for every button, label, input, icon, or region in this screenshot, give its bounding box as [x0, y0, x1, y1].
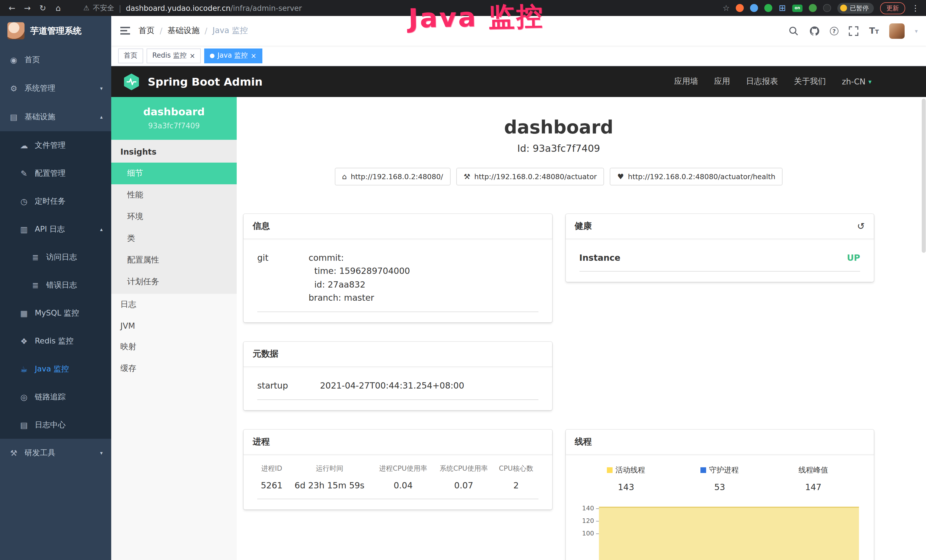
- sba-brand-title[interactable]: Spring Boot Admin: [148, 75, 263, 88]
- wrench-icon: ⚒: [464, 172, 470, 181]
- breadcrumb-infra[interactable]: 基础设施: [167, 26, 199, 36]
- sba-side-logs[interactable]: 日志: [111, 294, 237, 316]
- sidebar-item-access-log[interactable]: ≣ 访问日志: [0, 243, 111, 271]
- threads-chart: 140 120 100: [579, 503, 860, 560]
- app-title: 芋道管理系统: [30, 26, 82, 36]
- github-icon[interactable]: [809, 26, 820, 36]
- sidebar-item-log-center[interactable]: ▤ 日志中心: [0, 411, 111, 439]
- breadcrumb-home[interactable]: 首页: [139, 26, 154, 36]
- sba-instance-id: 93a3fc7f7409: [120, 121, 228, 130]
- sidebar-item-dev-tools[interactable]: ⚒ 研发工具 ▾: [0, 439, 111, 467]
- search-icon[interactable]: [789, 26, 799, 36]
- sidebar-item-trace[interactable]: ◎ 链路追踪: [0, 383, 111, 411]
- mysql-icon: ▦: [20, 309, 29, 318]
- extension-fox-icon[interactable]: [736, 4, 744, 12]
- scrollbar[interactable]: [922, 99, 926, 253]
- sba-side-mappings[interactable]: 映射: [111, 336, 237, 358]
- extension-drop-icon[interactable]: [750, 4, 758, 12]
- close-icon[interactable]: ×: [251, 52, 256, 59]
- instance-home-link[interactable]: ⌂ http://192.168.0.2:48080/: [334, 168, 451, 185]
- avatar-caret-icon[interactable]: ▾: [915, 28, 918, 34]
- sidebar-item-error-log[interactable]: ≣ 错误日志: [0, 271, 111, 299]
- infra-icon: ▤: [9, 112, 18, 121]
- chrome-menu-icon[interactable]: ⋮: [911, 3, 920, 12]
- instance-actuator-link[interactable]: ⚒ http://192.168.0.2:48080/actuator: [456, 168, 604, 185]
- close-icon[interactable]: ×: [189, 52, 195, 59]
- heart-icon: ♥: [617, 172, 624, 181]
- address-bar[interactable]: ⚠ 不安全 | dashboard.yudao.iocoder.cn/infra…: [83, 3, 302, 13]
- extension-leaf-icon[interactable]: [809, 4, 817, 12]
- sba-nav-applications[interactable]: 应用: [714, 76, 730, 87]
- browser-back-button[interactable]: ←: [7, 3, 17, 12]
- sba-side-details[interactable]: 细节: [111, 163, 237, 184]
- document-icon: ≣: [31, 280, 40, 289]
- browser-forward-button[interactable]: →: [22, 3, 33, 12]
- instance-health-link[interactable]: ♥ http://192.168.0.2:48080/actuator/heal…: [610, 168, 783, 185]
- threads-card: 线程 活动线程 143 守护进程 53: [566, 430, 874, 560]
- sba-nav-journal[interactable]: 日志报表: [746, 76, 778, 87]
- home-icon: ⌂: [342, 172, 347, 181]
- logo-avatar-image: [8, 22, 24, 39]
- sba-nav-wallboard[interactable]: 应用墙: [674, 76, 698, 87]
- extension-green-circle-icon[interactable]: [764, 4, 773, 12]
- sba-side-caches[interactable]: 缓存: [111, 358, 237, 380]
- chevron-up-icon: ▴: [100, 114, 103, 120]
- chevron-down-icon: ▾: [100, 86, 103, 91]
- sba-side-scheduledtasks[interactable]: 计划任务: [111, 271, 237, 293]
- sba-instance-header[interactable]: dashboard 93a3fc7f7409: [111, 97, 237, 140]
- tab-home[interactable]: 首页: [118, 48, 143, 63]
- sidebar-item-scheduled-jobs[interactable]: ◷ 定时任务: [0, 187, 111, 215]
- sidebar-item-system[interactable]: ⚙ 系统管理 ▾: [0, 74, 111, 103]
- chevron-up-icon: ▴: [100, 226, 103, 232]
- sba-side-jvm[interactable]: JVM: [111, 316, 237, 336]
- sidebar-item-infra[interactable]: ▤ 基础设施 ▴: [0, 103, 111, 131]
- process-card: 进程 进程ID 运行时间 进程CPU使用率 系统CPU使用率 CPU核心数: [244, 430, 552, 510]
- browser-home-button[interactable]: ⌂: [53, 3, 63, 12]
- trace-icon: ◎: [20, 392, 29, 401]
- bookmark-star-icon[interactable]: ☆: [723, 3, 730, 12]
- sidebar-item-mysql-monitor[interactable]: ▦ MySQL 监控: [0, 299, 111, 327]
- sidebar-item-file-manage[interactable]: ☁ 文件管理: [0, 131, 111, 159]
- threads-chart-area-live: [599, 507, 859, 560]
- sba-nav-about[interactable]: 关于我们: [794, 76, 826, 87]
- app-logo[interactable]: 芋道管理系统: [0, 16, 111, 45]
- info-value: commit: time: 1596289704000 id: 27aa832 …: [309, 251, 538, 305]
- extension-grid-icon[interactable]: ⊞: [779, 4, 786, 12]
- sba-side-classes[interactable]: 类: [111, 228, 237, 249]
- chevron-down-icon: ▾: [100, 450, 103, 456]
- fullscreen-icon[interactable]: [849, 26, 859, 36]
- tab-redis-monitor[interactable]: Redis 监控 ×: [147, 48, 201, 63]
- chevron-down-icon: ▾: [869, 78, 872, 85]
- extension-on-badge-icon[interactable]: on: [792, 4, 802, 12]
- sba-side-configprops[interactable]: 配置属性: [111, 249, 237, 271]
- sba-locale-select[interactable]: zh-CN ▾: [842, 77, 872, 86]
- sba-header: Spring Boot Admin 应用墙 应用 日志报表 关于我们 zh-CN…: [111, 66, 926, 97]
- help-icon[interactable]: ?: [830, 27, 838, 35]
- extension-puzzle-icon[interactable]: [823, 4, 831, 12]
- sba-side-metrics[interactable]: 性能: [111, 184, 237, 206]
- sidebar-item-redis-monitor[interactable]: ❖ Redis 监控: [0, 327, 111, 355]
- threads-card-title: 线程: [566, 430, 874, 455]
- table-row: 5261 6d 23h 15m 59s 0.04 0.07 2: [257, 481, 538, 499]
- tags-bar: 首页 Redis 监控 × Java 监控 ×: [111, 45, 926, 66]
- sidebar-item-api-log[interactable]: ▥ API 日志 ▴: [0, 215, 111, 243]
- history-icon[interactable]: ↺: [857, 221, 865, 232]
- paused-badge[interactable]: 已暂停: [837, 3, 874, 14]
- sidebar-item-java-monitor[interactable]: ☕ Java 监控: [0, 355, 111, 383]
- browser-reload-button[interactable]: ↻: [38, 3, 48, 12]
- url-text[interactable]: dashboard.yudao.iocoder.cn/infra/admin-s…: [126, 4, 302, 12]
- sidebar-item-config-manage[interactable]: ✎ 配置管理: [0, 159, 111, 187]
- hamburger-icon[interactable]: [120, 26, 130, 36]
- info-card: 信息 git commit: time: 1596289704000 id: 2…: [244, 214, 552, 322]
- threads-legend: 活动线程 143 守护进程 53 线程峰值 14: [579, 465, 860, 493]
- tab-java-monitor[interactable]: Java 监控 ×: [204, 48, 262, 63]
- sba-logo-icon: [123, 73, 140, 91]
- user-avatar[interactable]: [889, 23, 905, 38]
- metadata-value: 2021-04-27T00:44:31.254+08:00: [320, 380, 538, 393]
- health-card-title: 健康: [575, 221, 592, 232]
- tools-icon: ⚒: [9, 448, 18, 458]
- chrome-update-button[interactable]: 更新: [880, 2, 905, 14]
- sidebar-item-home[interactable]: ◉ 首页: [0, 45, 111, 74]
- sba-side-environment[interactable]: 环境: [111, 206, 237, 228]
- font-size-icon[interactable]: TT: [869, 26, 879, 36]
